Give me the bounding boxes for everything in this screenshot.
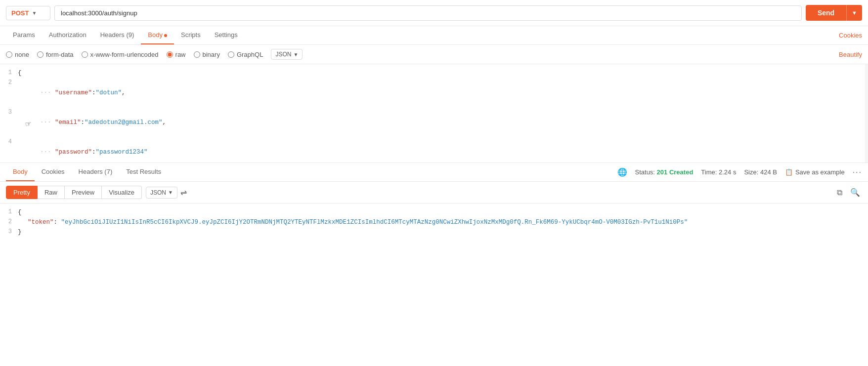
send-button-group: Send ▼ bbox=[806, 5, 862, 21]
response-actions: ⧉ 🔍 bbox=[835, 186, 862, 199]
more-options-button[interactable]: ··· bbox=[853, 168, 862, 177]
save-as-example-button[interactable]: 📋 Save as example bbox=[785, 168, 845, 176]
response-view-bar: Pretty Raw Preview Visualize JSON ▼ ⇌ bbox=[0, 182, 868, 203]
search-button[interactable]: 🔍 bbox=[848, 186, 862, 199]
radio-binary-input[interactable] bbox=[194, 51, 200, 58]
url-bar: POST ▼ Send ▼ bbox=[0, 0, 868, 26]
request-body-editor[interactable]: ☞ 1 { 2 ··· "username":"dotun", 3 ··· "e… bbox=[0, 64, 868, 163]
radio-form-data-input[interactable] bbox=[37, 51, 43, 58]
response-meta: 🌐 Status: 201 Created Time: 2.24 s Size:… bbox=[617, 167, 862, 177]
code-line-2: 2 ··· "username":"dotun", bbox=[0, 78, 868, 108]
radio-urlencoded[interactable]: x-www-form-urlencoded bbox=[82, 51, 159, 58]
body-tab-dot bbox=[164, 34, 167, 37]
view-tab-group: Pretty Raw Preview Visualize bbox=[6, 186, 142, 199]
status-label: Status: 201 Created bbox=[635, 168, 694, 176]
view-controls: Pretty Raw Preview Visualize JSON ▼ ⇌ bbox=[6, 186, 190, 199]
size-value: 424 B bbox=[760, 168, 777, 176]
response-tab-body[interactable]: Body bbox=[6, 163, 35, 181]
radio-graphql-input[interactable] bbox=[228, 51, 234, 58]
cookies-link[interactable]: Cookies bbox=[839, 32, 862, 39]
status-code: 201 Created bbox=[657, 168, 694, 176]
save-icon: 📋 bbox=[785, 168, 793, 176]
response-code-line-3: 3 } bbox=[0, 227, 868, 237]
response-tab-cookies[interactable]: Cookies bbox=[35, 163, 72, 181]
format-selector[interactable]: JSON ▼ bbox=[271, 49, 303, 60]
tab-headers[interactable]: Headers (9) bbox=[93, 26, 141, 44]
tab-body[interactable]: Body bbox=[141, 26, 174, 44]
body-type-options: none form-data x-www-form-urlencoded raw… bbox=[6, 49, 303, 60]
radio-binary[interactable]: binary bbox=[194, 51, 220, 58]
response-tabs-left: Body Cookies Headers (7) Test Results bbox=[6, 163, 168, 181]
method-selector[interactable]: POST ▼ bbox=[6, 6, 50, 20]
response-code-line-1: 1 { bbox=[0, 207, 868, 217]
request-tab-bar: Params Authorization Headers (9) Body Sc… bbox=[0, 26, 868, 45]
tab-settings[interactable]: Settings bbox=[208, 26, 245, 44]
radio-urlencoded-input[interactable] bbox=[82, 51, 88, 58]
tab-params[interactable]: Params bbox=[6, 26, 42, 44]
search-icon: 🔍 bbox=[850, 188, 860, 197]
filter-button[interactable]: ⇌ bbox=[177, 186, 190, 199]
tab-authorization[interactable]: Authorization bbox=[42, 26, 93, 44]
view-tab-preview[interactable]: Preview bbox=[65, 186, 102, 199]
response-tab-bar: Body Cookies Headers (7) Test Results 🌐 … bbox=[0, 163, 868, 182]
code-line-3: 3 ··· "email":"adedotun2@gmail.com", bbox=[0, 108, 868, 137]
time-value: 2.24 s bbox=[719, 168, 736, 176]
globe-icon: 🌐 bbox=[617, 167, 627, 177]
tab-scripts[interactable]: Scripts bbox=[174, 26, 208, 44]
view-tab-pretty[interactable]: Pretty bbox=[6, 186, 38, 199]
radio-raw-input[interactable] bbox=[167, 51, 173, 58]
code-line-4: 4 ··· "password":"password1234" bbox=[0, 137, 868, 163]
beautify-button[interactable]: Beautify bbox=[839, 51, 862, 58]
response-section: Body Cookies Headers (7) Test Results 🌐 … bbox=[0, 163, 868, 302]
radio-form-data[interactable]: form-data bbox=[37, 51, 74, 58]
url-input[interactable] bbox=[54, 5, 802, 21]
chevron-down-icon: ▼ bbox=[293, 52, 298, 57]
method-label: POST bbox=[11, 9, 29, 17]
radio-graphql[interactable]: GraphQL bbox=[228, 51, 263, 58]
code-line-1: 1 { bbox=[0, 68, 868, 78]
response-format-selector[interactable]: JSON ▼ bbox=[146, 187, 177, 199]
chevron-down-icon: ▼ bbox=[32, 10, 37, 16]
copy-icon: ⧉ bbox=[837, 188, 842, 197]
view-tab-visualize[interactable]: Visualize bbox=[102, 186, 142, 199]
radio-none[interactable]: none bbox=[6, 51, 29, 58]
copy-button[interactable]: ⧉ bbox=[835, 186, 844, 199]
body-type-bar: none form-data x-www-form-urlencoded raw… bbox=[0, 45, 868, 64]
response-tab-test-results[interactable]: Test Results bbox=[119, 163, 168, 181]
filter-icon: ⇌ bbox=[180, 188, 187, 197]
time-label: Time: 2.24 s bbox=[701, 168, 736, 176]
radio-raw[interactable]: raw bbox=[167, 51, 186, 58]
response-body-editor: 1 { 2 "token" : "eyJhbGciOiJIUzI1NiIsInR… bbox=[0, 203, 868, 302]
send-dropdown-button[interactable]: ▼ bbox=[846, 5, 862, 21]
view-tab-raw[interactable]: Raw bbox=[38, 186, 65, 199]
chevron-down-icon: ▼ bbox=[168, 190, 173, 195]
send-button[interactable]: Send bbox=[806, 5, 846, 21]
size-label: Size: 424 B bbox=[744, 168, 777, 176]
radio-none-input[interactable] bbox=[6, 51, 12, 58]
response-tab-headers[interactable]: Headers (7) bbox=[72, 163, 120, 181]
request-tabs-left: Params Authorization Headers (9) Body Sc… bbox=[6, 26, 245, 44]
editor-scrollbar[interactable] bbox=[865, 64, 868, 163]
response-code-line-2: 2 "token" : "eyJhbGciOiJIUzI1NiIsInR5cCI… bbox=[0, 217, 868, 227]
